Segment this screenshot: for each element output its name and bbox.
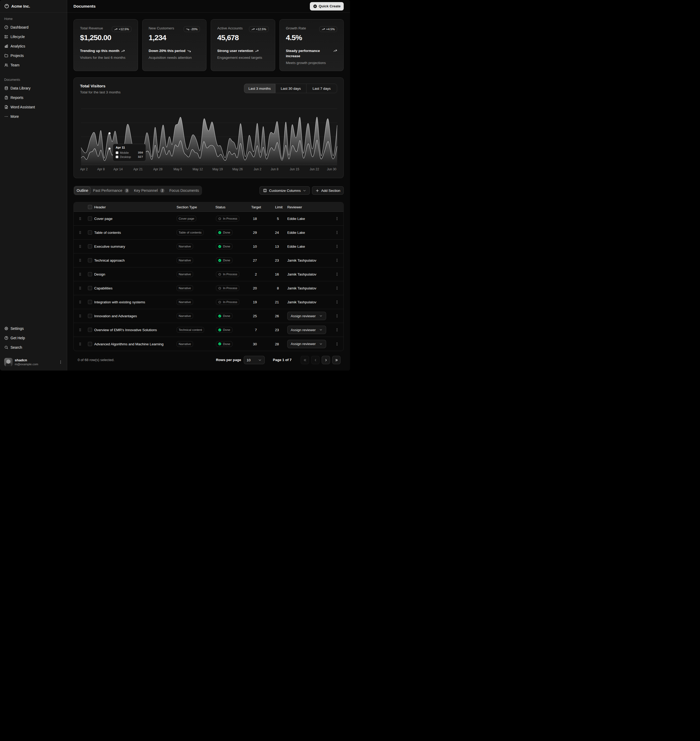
svg-text:May 12: May 12 (193, 168, 203, 171)
svg-text:Apr 21: Apr 21 (133, 168, 143, 171)
svg-text:Apr 8: Apr 8 (97, 168, 105, 171)
svg-text:Apr 14: Apr 14 (113, 168, 123, 171)
svg-text:Apr 28: Apr 28 (153, 168, 163, 171)
svg-text:May 5: May 5 (174, 168, 182, 171)
svg-text:Jun 8: Jun 8 (271, 168, 279, 171)
svg-text:Jun 15: Jun 15 (290, 168, 299, 171)
svg-text:Jun 22: Jun 22 (310, 168, 319, 171)
svg-text:Jun 2: Jun 2 (254, 168, 262, 171)
svg-text:May 26: May 26 (232, 168, 243, 171)
svg-text:Apr 2: Apr 2 (80, 168, 88, 171)
svg-text:Jun 30: Jun 30 (327, 168, 336, 171)
svg-text:May 19: May 19 (213, 168, 223, 171)
